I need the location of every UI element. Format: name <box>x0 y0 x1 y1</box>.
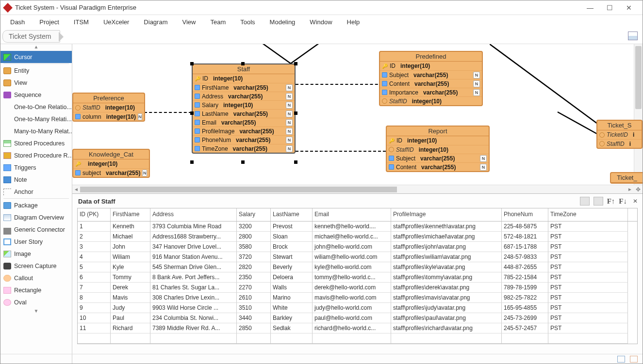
tool-note[interactable]: Note <box>0 174 72 186</box>
table-row[interactable]: 9Judy9903 Wild Horse Circle ...3510White… <box>78 303 637 313</box>
table-row[interactable]: 10Paul234 Columbia St. Norwi...3440Barkl… <box>78 313 637 323</box>
minimize-button[interactable]: — <box>580 4 600 12</box>
entity-preference[interactable]: Preference StaffIDinteger(10)columninteg… <box>72 93 145 122</box>
tool-oval[interactable]: Oval <box>0 296 72 308</box>
table-row[interactable]: 2MichaelAddress1688 Strawberry...2800Slo… <box>78 232 637 242</box>
column-row[interactable]: Salaryinteger(10)N <box>193 100 295 109</box>
menu-dash[interactable]: Dash <box>10 18 25 26</box>
column-header-profileimage[interactable]: ProfileImage <box>391 208 502 221</box>
tool-many-to-many-relat-[interactable]: Many-to-Many Relat... <box>0 125 72 137</box>
tool-entity[interactable]: Entity <box>0 64 72 77</box>
menu-itsm[interactable]: ITSM <box>74 18 89 26</box>
column-row[interactable]: StaffIDi <box>597 139 642 148</box>
tool-package[interactable]: Package <box>0 199 72 211</box>
sort-asc-button[interactable]: F↑ <box>607 197 615 206</box>
tool-one-to-one-relatio-[interactable]: One-to-One Relatio... <box>0 101 72 113</box>
entity-report[interactable]: Report 🔑IDinteger(10)StaffIDinteger(10)S… <box>386 126 490 172</box>
column-row[interactable]: Contentvarchar(255)N <box>387 162 489 171</box>
column-header-email[interactable]: Email <box>313 208 391 221</box>
table-row[interactable]: 3John347 Hanover Drive Lovel...3580Brock… <box>78 242 637 252</box>
column-header-phonenum[interactable]: PhoneNum <box>502 208 548 221</box>
column-row[interactable]: StaffIDinteger(10) <box>380 96 482 105</box>
column-row[interactable]: 🔑integer(10) <box>73 159 149 168</box>
tool-generic-connector[interactable]: Generic Connector <box>0 223 72 236</box>
menu-project[interactable]: Project <box>39 18 59 26</box>
column-row[interactable]: Contentvarchar(255)N <box>380 79 482 88</box>
table-row[interactable]: 6Tommy8 Bank Ave. Port Jeffers...2350Del… <box>78 272 637 283</box>
horizontal-scrollbar[interactable]: ◄ ► ✥ <box>72 185 643 193</box>
column-row[interactable]: columninteger(10)N <box>73 112 144 121</box>
table-row[interactable]: 5Kyle545 Sherman Drive Glen...2820Beverl… <box>78 262 637 272</box>
menu-diagram[interactable]: Diagram <box>144 18 167 26</box>
doc-icon[interactable] <box>630 356 638 363</box>
tool-screen-capture[interactable]: Screen Capture <box>0 260 72 272</box>
column-header-salary[interactable]: Salary <box>237 208 271 221</box>
column-row[interactable]: Subjectvarchar(255)N <box>387 154 489 162</box>
mail-icon[interactable] <box>617 356 625 363</box>
entity-predefined[interactable]: Predefined 🔑IDinteger(10)Subjectvarchar(… <box>379 51 483 106</box>
maximize-button[interactable]: ☐ <box>600 4 619 12</box>
tool-callout[interactable]: Callout <box>0 272 72 284</box>
column-row[interactable]: TicketIDi <box>597 130 642 139</box>
column-row[interactable]: StaffIDinteger(10) <box>387 145 489 154</box>
column-row[interactable]: FirstNamevarchar(255)N <box>193 83 295 92</box>
diagram-canvas[interactable]: Preference StaffIDinteger(10)columninteg… <box>72 44 643 185</box>
tool-rectangle[interactable]: Rectangle <box>0 284 72 296</box>
data-tool-icon[interactable] <box>580 197 590 206</box>
table-row[interactable]: 1Kenneth3793 Columbia Mine Road3200Prevo… <box>78 222 637 232</box>
menu-tools[interactable]: Tools <box>240 18 255 26</box>
tool-diagram-overview[interactable]: Diagram Overview <box>0 211 72 223</box>
tool-sequence[interactable]: Sequence <box>0 89 72 101</box>
menu-uexceler[interactable]: UeXceler <box>103 18 129 26</box>
column-header-firstname[interactable]: FirstName <box>111 208 150 221</box>
column-row[interactable]: StaffIDinteger(10) <box>73 103 144 112</box>
column-header-timezone[interactable]: TimeZone <box>548 208 628 221</box>
entity-staff[interactable]: Staff 🔑IDinteger(10)FirstNamevarchar(255… <box>192 63 296 154</box>
column-row[interactable]: LastNamevarchar(255)N <box>193 109 295 118</box>
tool-image[interactable]: Image <box>0 248 72 260</box>
entity-ticket-partial[interactable]: Ticket_ <box>610 172 643 184</box>
column-row[interactable]: Importancevarchar(255)N <box>380 88 482 96</box>
table-row[interactable]: 7Derek81 Charles St. Sugar La...2270Wall… <box>78 283 637 293</box>
column-row[interactable]: Subjectvarchar(255)N <box>380 70 482 79</box>
tool-anchor[interactable]: Anchor <box>0 186 72 198</box>
entity-ticket-s[interactable]: Ticket_S TicketIDiStaffIDi <box>596 120 643 149</box>
menu-view[interactable]: View <box>182 18 196 26</box>
column-row[interactable]: Emailvarchar(255)N <box>193 118 295 127</box>
tool-stored-procedure-r-[interactable]: Stored Procedure R... <box>0 149 72 161</box>
column-header-lastname[interactable]: LastName <box>271 208 313 221</box>
column-header-address[interactable]: Address <box>150 208 237 221</box>
menu-help[interactable]: Help <box>347 18 360 26</box>
table-row[interactable]: 4Wiliam916 Manor Station Avenu...3720Ste… <box>78 252 637 262</box>
data-grid[interactable]: ID (PK)FirstNameAddressSalaryLastNameEma… <box>77 208 638 344</box>
menu-team[interactable]: Team <box>210 18 226 26</box>
tool-view[interactable]: View <box>0 77 72 89</box>
table-row[interactable]: 11Richard7389 Middle River Rd. A...2850S… <box>78 323 637 333</box>
entity-knowledge-cat[interactable]: Knowledge_Cat 🔑integer(10)subjectvarchar… <box>72 149 150 178</box>
tool-triggers[interactable]: Triggers <box>0 161 72 174</box>
column-row[interactable]: TimeZonevarchar(255)N <box>193 144 295 153</box>
table-row[interactable]: 8Mavis308 Charles Drive Lexin...2610Mari… <box>78 293 637 303</box>
column-row[interactable]: 🔑IDinteger(10) <box>387 136 489 145</box>
column-row[interactable]: subjectvarchar(255)N <box>73 168 149 177</box>
tool-stored-procedures[interactable]: Stored Procedures <box>0 137 72 149</box>
data-search-icon[interactable] <box>594 197 603 206</box>
tool-cursor[interactable]: Cursor <box>0 51 72 63</box>
table-row-empty[interactable] <box>78 333 637 344</box>
sort-desc-button[interactable]: F↓ <box>619 197 627 206</box>
column-row[interactable]: Addressvarchar(255)N <box>193 92 295 100</box>
pan-grip-icon[interactable]: ✥ <box>634 186 643 193</box>
menu-modeling[interactable]: Modeling <box>270 18 296 26</box>
close-button[interactable]: ✕ <box>619 4 639 12</box>
breadcrumb-item[interactable]: Ticket System <box>2 30 60 43</box>
column-header-idpk[interactable]: ID (PK) <box>78 208 111 221</box>
column-row[interactable]: 🔑IDinteger(10) <box>193 74 295 83</box>
menu-window[interactable]: Window <box>310 18 332 26</box>
column-row[interactable]: PhoneNumvarchar(255)N <box>193 135 295 144</box>
tool-user-story[interactable]: User Story <box>0 236 72 248</box>
perspective-icon[interactable] <box>628 32 638 40</box>
panel-close-button[interactable]: ✕ <box>633 198 638 205</box>
column-row[interactable]: ProfileImagevarchar(255)N <box>193 127 295 135</box>
column-row[interactable]: 🔑IDinteger(10) <box>380 62 482 70</box>
tool-one-to-many-relati-[interactable]: One-to-Many Relati... <box>0 113 72 125</box>
